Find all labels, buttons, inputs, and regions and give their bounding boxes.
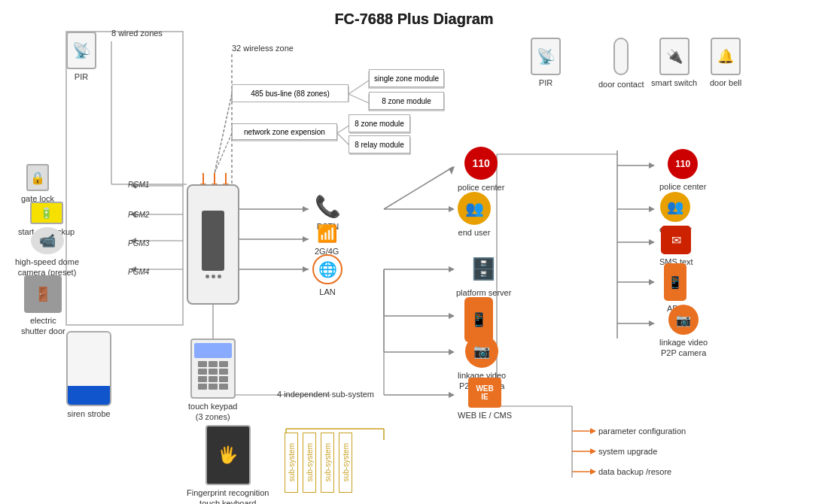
main-control-unit	[187, 184, 239, 305]
people-icon-right: 👥	[660, 192, 690, 222]
camera-shape-right: 📷	[668, 305, 699, 335]
shutter-door-icon: 🚪 electricshutter door	[21, 275, 65, 337]
bus-line-label: 485 bus-line (88 zones)	[251, 89, 330, 99]
fingerprint-label: Fingerprint recognitiontouch keyboard	[187, 487, 269, 504]
svg-marker-74	[590, 469, 596, 475]
sms-text-right: ✉ SMS text	[659, 226, 693, 267]
police-icon-right: 110	[668, 149, 698, 179]
touch-keypad-icon: touch keypad(3 zones)	[188, 339, 237, 423]
people-icon-left: 👥	[458, 192, 491, 225]
wired-zones-label: 8 wired zones	[111, 29, 163, 38]
police-center-right: 110 police center	[659, 149, 706, 192]
door-contact-label: door contact	[598, 79, 644, 90]
relay-module-box: 8 relay module	[349, 135, 410, 153]
pir-left-label: PIR	[75, 71, 88, 82]
phone-shape: 📞	[315, 194, 341, 219]
keypad-screen	[194, 343, 232, 358]
svg-marker-44	[649, 162, 655, 169]
keypad-buttons	[198, 361, 228, 390]
subsystem-col-1: sub-system	[285, 433, 298, 493]
page-title: FC-7688 Plus Diagram	[0, 5, 828, 28]
door-contact-icon: door contact	[598, 38, 644, 90]
pir-top-right-label: PIR	[539, 77, 553, 88]
svg-marker-27	[303, 266, 309, 272]
police-icon-left: 110	[464, 147, 498, 180]
svg-line-8	[349, 94, 369, 103]
pir-top-right: 📡 PIR	[531, 38, 561, 88]
shutter-door-label: electricshutter door	[21, 315, 65, 337]
sub-system-label: 4 independent sub-system	[277, 390, 374, 399]
svg-marker-72	[590, 448, 596, 454]
dome-camera-icon: 📹 high-speed domecamera (preset)	[15, 227, 79, 278]
svg-marker-42	[449, 392, 455, 398]
platform-server-icon: 🗄️ platform server	[456, 252, 511, 298]
svg-marker-70	[590, 428, 596, 434]
siren-shape	[66, 331, 111, 406]
relay-module-label: 8 relay module	[355, 140, 404, 150]
touch-keypad-label: touch keypad(3 zones)	[188, 401, 237, 423]
svg-marker-23	[303, 206, 309, 212]
pgm3-label: PGM3	[128, 239, 149, 247]
gate-lock-icon: 🔒 gate lock	[21, 164, 54, 204]
smart-switch-shape: 🔌	[659, 38, 689, 75]
police-center-right-label: police center	[659, 181, 706, 192]
svg-marker-52	[649, 320, 655, 326]
sms-shape-right: ✉	[661, 226, 691, 254]
pgm4-label: PGM4	[128, 268, 149, 276]
subsystem-text-2: sub-system	[306, 443, 314, 481]
subsystem-col-2: sub-system	[303, 433, 316, 493]
pir-left-shape: 📡	[66, 32, 96, 69]
param-config-label: parameter configuration	[598, 427, 686, 436]
single-zone-label: single zone module	[374, 74, 439, 83]
network-zone-label: network zone expension	[244, 127, 325, 137]
linkage-video-right: 📷 linkage videoP2P camera	[659, 305, 708, 359]
zone-module-2-label: 8 zone module	[355, 119, 404, 129]
platform-shape: 🗄️	[465, 252, 503, 285]
data-backup-label: data backup /resore	[598, 467, 671, 476]
main-unit-dots	[205, 275, 221, 278]
svg-marker-39	[449, 349, 455, 355]
pir-top-right-shape: 📡	[531, 38, 561, 75]
svg-marker-36	[449, 313, 455, 319]
subsystem-text-1: sub-system	[288, 443, 296, 481]
siren-icon: siren strobe	[66, 331, 111, 419]
web-ie-label: WEB IE / CMS	[458, 410, 512, 421]
svg-line-7	[349, 80, 369, 94]
linkage-video-right-label: linkage videoP2P camera	[659, 337, 708, 359]
pgm2-label: PGM2	[128, 211, 149, 219]
gsm-icon: 📶 2G/4G	[315, 224, 339, 257]
svg-marker-48	[649, 239, 655, 245]
battery-shape: 🔋	[30, 202, 63, 224]
gsm-shape: 📶	[317, 224, 337, 244]
lan-icon: 🌐 LAN	[312, 254, 342, 297]
single-zone-box: single zone module	[369, 69, 444, 87]
pgm1-label: PGM1	[128, 181, 149, 189]
svg-marker-25	[303, 236, 309, 242]
wireless-zone-label: 32 wireless zone	[232, 44, 294, 53]
sys-upgrade-label: system upgrade	[598, 447, 657, 456]
siren-label: siren strobe	[67, 408, 110, 419]
door-bell-shape: 🔔	[711, 38, 741, 75]
web-ie-icon: WEBIE WEB IE / CMS	[458, 378, 512, 421]
main-unit-screen	[202, 211, 224, 271]
pir-left-icon: 📡 PIR	[66, 32, 96, 82]
shutter-door-shape: 🚪	[24, 275, 62, 313]
gate-lock-shape: 🔒	[26, 164, 49, 191]
bus-line-box: 485 bus-line (88 zones)	[232, 84, 349, 102]
svg-marker-29	[449, 166, 455, 175]
web-ie-shape: WEBIE	[468, 378, 501, 408]
subsystem-col-4: sub-system	[339, 433, 352, 493]
svg-marker-31	[449, 206, 455, 212]
zone-module-2-box: 8 zone module	[349, 114, 410, 132]
keypad-shape	[190, 339, 236, 399]
svg-line-21	[215, 133, 232, 173]
subsystem-col-3: sub-system	[321, 433, 334, 493]
end-user-left-label: end user	[458, 227, 491, 238]
subsystem-text-4: sub-system	[342, 443, 350, 481]
smart-switch-label: smart switch	[651, 77, 697, 88]
fingerprint-shape: 🖐	[205, 425, 251, 485]
globe-shape: 🌐	[312, 254, 342, 284]
zone-module-top-box: 8 zone module	[369, 92, 444, 110]
fingerprint-icon: 🖐 Fingerprint recognitiontouch keyboard	[187, 425, 269, 504]
diagram-container: FC-7688 Plus Diagram	[0, 0, 828, 504]
